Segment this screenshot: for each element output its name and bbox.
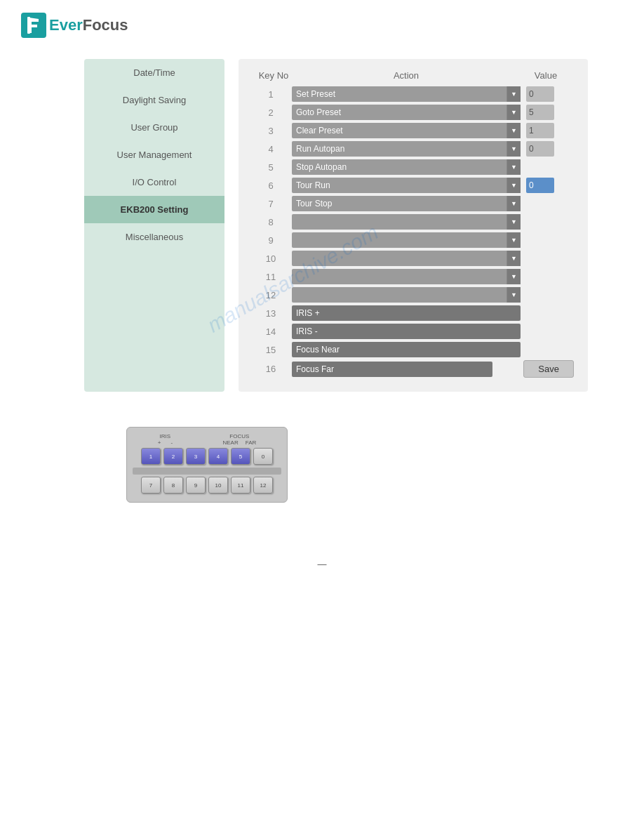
action-select-wrapper[interactable]: Set Preset ▼ — [292, 86, 521, 102]
dropdown-chevron-icon[interactable]: ▼ — [507, 251, 521, 266]
table-row: 16 Focus Far Save — [250, 360, 577, 378]
far-label: FAR — [246, 439, 257, 446]
table-row: 1 Set Preset ▼ — [250, 86, 577, 102]
dropdown-chevron-icon[interactable]: ▼ — [507, 287, 521, 303]
keyboard-box: IRIS + - FOCUS NEAR FAR 1 2 3 4 5 0 — [126, 427, 288, 503]
iris-plus-label: + — [158, 439, 161, 446]
main-content: Date/Time Daylight Saving User Group Use… — [0, 45, 644, 406]
row-action: Goto Preset ▼ — [292, 105, 521, 120]
row-number: 8 — [250, 217, 292, 227]
value-input[interactable] — [526, 86, 554, 102]
action-text: Goto Preset — [292, 107, 507, 117]
value-input[interactable] — [526, 123, 554, 138]
table-row: 2 Goto Preset ▼ — [250, 105, 577, 120]
table-row: 13 IRIS + — [250, 305, 577, 321]
sidebar-item-user-management[interactable]: User Management — [84, 141, 224, 168]
key-8[interactable]: 8 — [163, 477, 183, 494]
dropdown-chevron-icon[interactable]: ▼ — [507, 196, 521, 211]
row-action: Focus Near — [292, 342, 521, 357]
action-select-wrapper[interactable]: Tour Stop ▼ — [292, 196, 521, 211]
iris-label-group: IRIS + - — [158, 433, 173, 446]
table-row: 7 Tour Stop ▼ — [250, 196, 577, 211]
key-5[interactable]: 5 — [231, 448, 250, 465]
row-action: ▼ — [292, 269, 521, 284]
sidebar: Date/Time Daylight Saving User Group Use… — [84, 59, 224, 392]
key-0[interactable]: 0 — [253, 448, 273, 465]
row-action: Set Preset ▼ — [292, 86, 521, 102]
keyboard-bottom-row: 7 8 9 10 11 12 — [133, 477, 281, 494]
action-select-wrapper[interactable]: ▼ — [292, 269, 521, 284]
action-select-wrapper[interactable]: Tour Run ▼ — [292, 178, 521, 193]
table-row: 8 ▼ — [250, 214, 577, 230]
dropdown-chevron-icon[interactable]: ▼ — [507, 159, 521, 175]
sidebar-item-daylight-saving[interactable]: Daylight Saving — [84, 86, 224, 114]
action-select-wrapper[interactable]: Stop Autopan ▼ — [292, 159, 521, 175]
table-row: 6 Tour Run ▼ — [250, 178, 577, 193]
action-select-wrapper[interactable]: ▼ — [292, 287, 521, 303]
dropdown-chevron-icon[interactable]: ▼ — [507, 86, 521, 102]
action-select-wrapper[interactable]: ▼ — [292, 251, 521, 266]
dropdown-chevron-icon[interactable]: ▼ — [507, 214, 521, 230]
row-number: 13 — [250, 308, 292, 319]
action-select-wrapper[interactable]: ▼ — [292, 214, 521, 230]
row-number: 3 — [250, 126, 292, 136]
sidebar-item-io-control[interactable]: I/O Control — [84, 168, 224, 196]
row-action: ▼ — [292, 214, 521, 230]
row-action: ▼ — [292, 232, 521, 248]
action-text: Run Autopan — [292, 144, 507, 154]
dropdown-chevron-icon[interactable]: ▼ — [507, 269, 521, 284]
row-number: 14 — [250, 326, 292, 337]
sidebar-item-date-time[interactable]: Date/Time — [84, 59, 224, 86]
table-row: 5 Stop Autopan ▼ — [250, 159, 577, 175]
sidebar-item-ekb200-setting[interactable]: EKB200 Setting — [84, 196, 224, 223]
dropdown-chevron-icon[interactable]: ▼ — [507, 178, 521, 193]
key-1[interactable]: 1 — [141, 448, 161, 465]
focus-bar: Focus Near — [292, 342, 521, 357]
action-select-wrapper[interactable]: Run Autopan ▼ — [292, 141, 521, 157]
row-value — [521, 178, 577, 193]
value-input[interactable] — [526, 105, 554, 120]
dropdown-chevron-icon[interactable]: ▼ — [507, 105, 521, 120]
sidebar-item-user-group[interactable]: User Group — [84, 114, 224, 141]
table-row: 10 ▼ — [250, 251, 577, 266]
key-9[interactable]: 9 — [186, 477, 206, 494]
value-input[interactable] — [526, 141, 554, 157]
key-10[interactable]: 10 — [208, 477, 228, 494]
sidebar-item-miscellaneous[interactable]: Miscellaneous — [84, 223, 224, 251]
iris-bar: IRIS - — [292, 324, 521, 339]
action-text: Tour Run — [292, 180, 507, 190]
table-row: 9 ▼ — [250, 232, 577, 248]
key-2[interactable]: 2 — [163, 448, 183, 465]
keyboard-slider — [133, 468, 281, 475]
row-number: 10 — [250, 253, 292, 264]
action-text: Set Preset — [292, 89, 507, 99]
row-action: Tour Stop ▼ — [292, 196, 521, 211]
row-number: 5 — [250, 162, 292, 173]
key-12[interactable]: 12 — [253, 477, 273, 494]
row-action: ▼ — [292, 251, 521, 266]
key-7[interactable]: 7 — [141, 477, 161, 494]
logo: EverFocus — [21, 13, 128, 38]
key-3[interactable]: 3 — [186, 448, 206, 465]
row-action: IRIS - — [292, 324, 521, 339]
row-action: Focus Far — [292, 362, 492, 377]
dropdown-chevron-icon[interactable]: ▼ — [507, 141, 521, 157]
dropdown-chevron-icon[interactable]: ▼ — [507, 123, 521, 138]
header: EverFocus — [0, 0, 644, 45]
svg-rect-0 — [27, 17, 30, 34]
content-area: Key No Action Value 1 Set Preset ▼ 2 Got… — [239, 59, 588, 392]
save-button[interactable]: Save — [523, 360, 574, 378]
focus-label-group: FOCUS NEAR FAR — [222, 433, 256, 446]
action-select-wrapper[interactable]: Clear Preset ▼ — [292, 123, 521, 138]
dropdown-chevron-icon[interactable]: ▼ — [507, 232, 521, 248]
action-select-wrapper[interactable]: ▼ — [292, 232, 521, 248]
value-input[interactable] — [526, 178, 554, 193]
key-4[interactable]: 4 — [208, 448, 228, 465]
key-11[interactable]: 11 — [231, 477, 250, 494]
row-number: 6 — [250, 180, 292, 191]
row-number: 9 — [250, 235, 292, 246]
row-action: Stop Autopan ▼ — [292, 159, 521, 175]
focus-bar: Focus Far — [292, 362, 492, 377]
row-action: Tour Run ▼ — [292, 178, 521, 193]
action-select-wrapper[interactable]: Goto Preset ▼ — [292, 105, 521, 120]
